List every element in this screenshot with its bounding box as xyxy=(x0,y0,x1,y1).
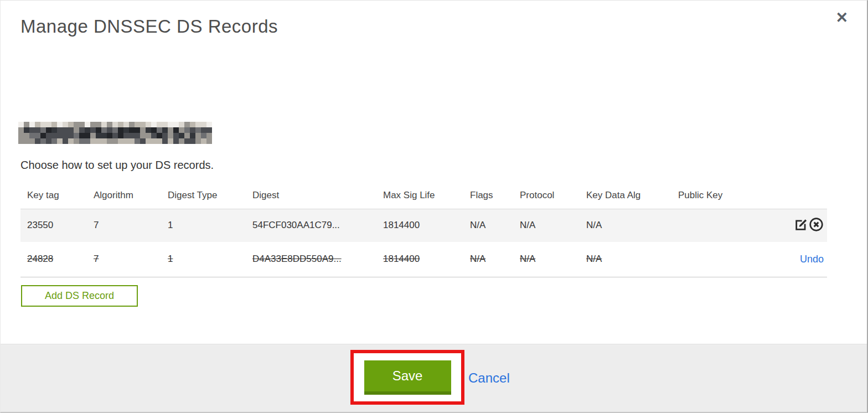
cell-key-tag: 23550 xyxy=(20,209,87,242)
annotation-highlight: Save xyxy=(350,350,464,405)
cell-digest: 54FCF030AA1C79... xyxy=(246,209,376,242)
cell-max-sig-life: 1814400 xyxy=(376,242,463,277)
table-row: 24828 7 1 D4A33E8DD550A9... 1814400 N/A … xyxy=(20,242,827,277)
dialog-footer: Save Cancel xyxy=(1,344,867,412)
ds-records-table: Key tag Algorithm Digest Type Digest Max… xyxy=(20,182,827,277)
edit-record-button[interactable] xyxy=(794,218,808,234)
cell-algorithm: 7 xyxy=(87,209,161,242)
table-header-row: Key tag Algorithm Digest Type Digest Max… xyxy=(20,182,827,209)
save-button[interactable]: Save xyxy=(364,360,451,395)
cell-public-key xyxy=(671,242,749,277)
cell-flags: N/A xyxy=(463,242,513,277)
cell-flags: N/A xyxy=(463,209,513,242)
col-digest: Digest xyxy=(246,182,376,209)
cell-protocol: N/A xyxy=(513,209,580,242)
col-flags: Flags xyxy=(463,182,513,209)
col-max-sig-life: Max Sig Life xyxy=(376,182,463,209)
col-algorithm: Algorithm xyxy=(87,182,161,209)
cancel-link[interactable]: Cancel xyxy=(468,370,510,386)
col-actions xyxy=(749,182,827,209)
col-protocol: Protocol xyxy=(513,182,580,209)
instruction-text: Choose how to set up your DS records. xyxy=(20,159,214,172)
cell-key-tag: 24828 xyxy=(20,242,87,277)
close-icon[interactable]: ✕ xyxy=(835,11,848,25)
col-digest-type: Digest Type xyxy=(161,182,246,209)
undo-link[interactable]: Undo xyxy=(800,254,824,265)
table-row: 23550 7 1 54FCF030AA1C79... 1814400 N/A … xyxy=(20,209,827,242)
cell-digest: D4A33E8DD550A9... xyxy=(246,242,376,277)
redacted-domain xyxy=(18,122,212,144)
col-key-data-alg: Key Data Alg xyxy=(580,182,671,209)
delete-icon xyxy=(809,225,824,234)
cell-algorithm: 7 xyxy=(87,242,161,277)
col-key-tag: Key tag xyxy=(20,182,87,209)
delete-record-button[interactable] xyxy=(809,217,824,234)
dialog-title: Manage DNSSEC DS Records xyxy=(20,16,278,37)
cell-digest-type: 1 xyxy=(161,242,246,277)
cell-max-sig-life: 1814400 xyxy=(376,209,463,242)
cell-key-data-alg: N/A xyxy=(580,209,671,242)
cell-digest-type: 1 xyxy=(161,209,246,242)
cell-public-key xyxy=(671,209,749,242)
cell-key-data-alg: N/A xyxy=(580,242,671,277)
add-ds-record-button[interactable]: Add DS Record xyxy=(21,285,138,307)
cell-protocol: N/A xyxy=(513,242,580,277)
col-public-key: Public Key xyxy=(671,182,749,209)
edit-icon xyxy=(794,225,808,234)
manage-dnssec-dialog: Manage DNSSEC DS Records ✕ Choose how to… xyxy=(0,0,868,413)
